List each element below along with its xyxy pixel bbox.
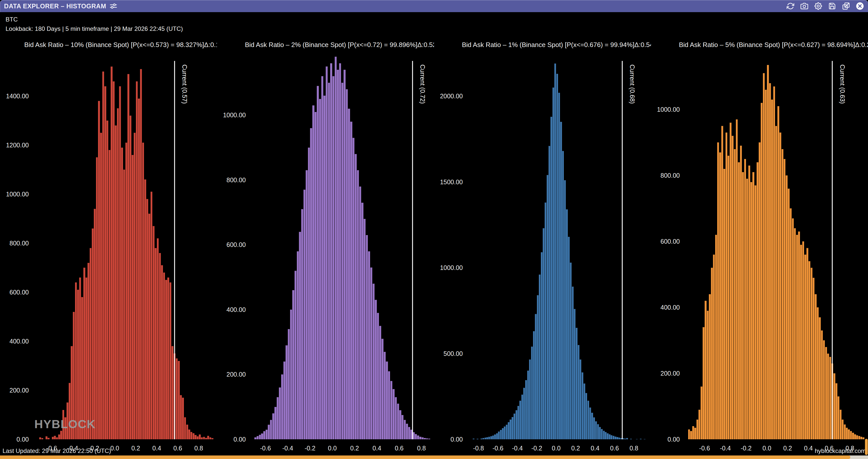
- svg-text:2000.00: 2000.00: [440, 92, 463, 99]
- svg-text:0.6: 0.6: [173, 444, 182, 452]
- svg-text:-0.4: -0.4: [720, 444, 731, 452]
- svg-text:0.8: 0.8: [629, 444, 639, 452]
- svg-text:0.4: 0.4: [152, 444, 161, 452]
- svg-text:400.00: 400.00: [226, 306, 246, 313]
- svg-text:600.00: 600.00: [660, 238, 680, 245]
- svg-text:1000.00: 1000.00: [440, 264, 463, 271]
- svg-text:0.0: 0.0: [328, 444, 337, 452]
- histogram-chart-4[interactable]: Bid Ask Ratio – 5% (Binance Spot) [P(x<=…: [651, 0, 868, 459]
- current-line-label: Current (0.72): [419, 64, 426, 104]
- svg-text:0.0: 0.0: [111, 444, 119, 452]
- svg-text:1200.00: 1200.00: [6, 142, 29, 149]
- svg-text:0.0: 0.0: [763, 444, 771, 452]
- svg-text:0.8: 0.8: [194, 444, 203, 452]
- svg-text:1000.00: 1000.00: [657, 106, 680, 113]
- svg-text:-0.8: -0.8: [473, 444, 484, 452]
- svg-text:600.00: 600.00: [9, 289, 29, 296]
- svg-text:500.00: 500.00: [443, 350, 463, 357]
- horizontal-scrollbar-track[interactable]: [0, 456, 868, 459]
- svg-text:800.00: 800.00: [660, 172, 680, 179]
- svg-text:0.4: 0.4: [372, 444, 381, 452]
- svg-text:-0.6: -0.6: [699, 444, 710, 452]
- svg-text:200.00: 200.00: [660, 370, 680, 377]
- svg-text:0.2: 0.2: [131, 444, 140, 452]
- histogram-bars: [39, 66, 213, 439]
- current-line-label: Current (0.57): [181, 64, 188, 104]
- histogram-chart-2[interactable]: Bid Ask Ratio – 2% (Binance Spot) [P(x<=…: [217, 0, 434, 459]
- svg-text:800.00: 800.00: [226, 176, 246, 183]
- current-line-label: Current (0.63): [839, 64, 846, 104]
- svg-text:1000.00: 1000.00: [6, 191, 29, 198]
- chart-title: Bid Ask Ratio – 5% (Binance Spot) [P(x<=…: [679, 41, 868, 49]
- histogram-bars: [688, 65, 865, 439]
- svg-text:400.00: 400.00: [660, 304, 680, 311]
- svg-text:0.0: 0.0: [552, 444, 561, 452]
- site-label: hyblockcapital.com: [815, 448, 866, 455]
- histogram-chart-3[interactable]: Bid Ask Ratio – 1% (Binance Spot) [P(x<=…: [434, 0, 651, 459]
- svg-text:-0.6: -0.6: [260, 444, 271, 452]
- svg-text:0.6: 0.6: [610, 444, 619, 452]
- svg-text:0.6: 0.6: [395, 444, 404, 452]
- hyblock-watermark: HYBLOCK: [34, 417, 96, 431]
- vertical-scrollbar-thumb[interactable]: [865, 439, 868, 455]
- chart-title: Bid Ask Ratio – 10% (Binance Spot) [P(x<…: [24, 41, 217, 49]
- svg-text:0.8: 0.8: [417, 444, 426, 452]
- svg-text:0.4: 0.4: [591, 444, 599, 452]
- svg-text:0.2: 0.2: [783, 444, 792, 452]
- svg-text:0.00: 0.00: [668, 436, 680, 443]
- svg-text:1400.00: 1400.00: [6, 92, 29, 99]
- svg-text:200.00: 200.00: [9, 387, 29, 394]
- current-line-label: Current (0.68): [629, 64, 636, 104]
- svg-text:0.4: 0.4: [804, 444, 813, 452]
- svg-text:0.2: 0.2: [571, 444, 580, 452]
- chart-title: Bid Ask Ratio – 1% (Binance Spot) [P(x<=…: [462, 41, 651, 49]
- histogram-bars: [473, 63, 646, 439]
- svg-text:-0.2: -0.2: [305, 444, 315, 452]
- histogram-bars: [254, 57, 430, 439]
- svg-text:1000.00: 1000.00: [223, 112, 246, 118]
- svg-text:-0.2: -0.2: [531, 444, 542, 452]
- svg-text:-0.2: -0.2: [741, 444, 751, 452]
- svg-text:600.00: 600.00: [226, 241, 246, 248]
- last-updated-label: Last Updated: 29 Mar 2026 22:50 (UTC): [2, 448, 111, 455]
- svg-text:0.2: 0.2: [350, 444, 359, 452]
- svg-text:400.00: 400.00: [9, 338, 29, 345]
- svg-text:800.00: 800.00: [9, 239, 29, 247]
- horizontal-scrollbar-thumb[interactable]: [0, 456, 850, 459]
- histogram-chart-1[interactable]: Bid Ask Ratio – 10% (Binance Spot) [P(x<…: [0, 0, 217, 459]
- chart-title: Bid Ask Ratio – 2% (Binance Spot) [P(x<=…: [245, 41, 434, 49]
- svg-text:0.00: 0.00: [451, 436, 463, 443]
- svg-text:0.00: 0.00: [234, 436, 246, 443]
- svg-text:-0.4: -0.4: [512, 444, 523, 452]
- histogram-grid: Bid Ask Ratio – 10% (Binance Spot) [P(x<…: [0, 0, 868, 459]
- svg-text:1500.00: 1500.00: [440, 178, 463, 185]
- svg-text:-0.6: -0.6: [492, 444, 503, 452]
- svg-text:-0.4: -0.4: [282, 444, 293, 452]
- svg-text:0.00: 0.00: [17, 436, 29, 443]
- svg-text:200.00: 200.00: [226, 371, 246, 378]
